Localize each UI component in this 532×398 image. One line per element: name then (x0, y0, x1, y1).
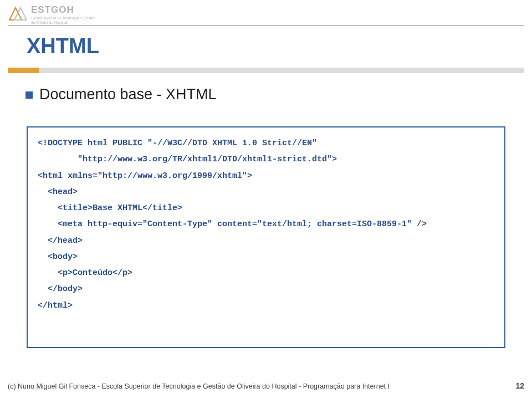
logo-sub2: de Oliveira do Hospital (31, 21, 95, 24)
page-number: 12 (515, 381, 524, 390)
logo-title: ESTGOH (31, 4, 95, 16)
bullet-square-icon (25, 91, 33, 99)
bullet-row: Documento base - XHTML (25, 86, 217, 103)
header-rule (8, 25, 524, 26)
code-block: <!DOCTYPE html PUBLIC "-//W3C//DTD XHTML… (27, 126, 505, 348)
footer: (c) Nuno Miguel Gil Fonseca - Escola Sup… (8, 381, 524, 390)
slide-title: XHTML (27, 34, 99, 58)
logo-icon (8, 4, 29, 22)
logo: ESTGOH Escola Superior de Tecnologia e G… (8, 4, 95, 24)
bullet-text: Documento base - XHTML (39, 86, 217, 103)
accent-bar (8, 68, 39, 73)
logo-sub1: Escola Superior de Tecnologia e Gestão (31, 16, 95, 20)
gray-bar (39, 68, 524, 73)
code-content: <!DOCTYPE html PUBLIC "-//W3C//DTD XHTML… (38, 135, 494, 314)
footer-credits: (c) Nuno Miguel Gil Fonseca - Escola Sup… (8, 382, 390, 390)
